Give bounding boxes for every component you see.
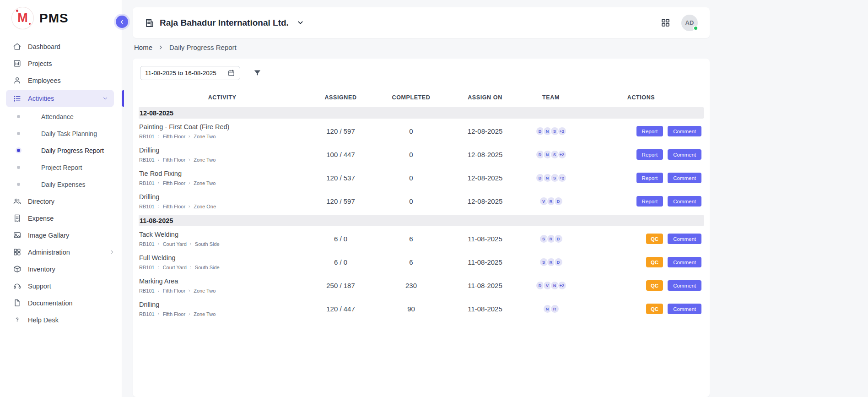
path-segment: Court Yard: [163, 265, 187, 270]
team-avatar[interactable]: D: [554, 234, 563, 244]
report-button[interactable]: Report: [636, 126, 663, 136]
team-overflow-badge[interactable]: +2: [557, 150, 567, 159]
qc-button[interactable]: QC: [646, 304, 663, 314]
assigned-value: 120 / 447: [306, 305, 376, 313]
assign-on-date: 12-08-2025: [447, 127, 523, 135]
team-overflow-badge[interactable]: +2: [557, 126, 567, 136]
activity-path: RB101Fifth FloorZone Two: [139, 157, 306, 163]
team-overflow-badge[interactable]: +2: [557, 281, 567, 290]
expense-icon: [13, 214, 22, 223]
column-header-assigned: ASSIGNED: [306, 94, 376, 101]
table-row: Painting - First Coat (Fire Red)RB101Fif…: [139, 120, 704, 143]
app-logo: M PMS: [0, 0, 122, 34]
team-cell: DNS+2: [523, 126, 578, 136]
breadcrumb-home[interactable]: Home: [134, 44, 152, 51]
activity-name: Painting - First Coat (Fire Red): [139, 123, 306, 131]
actions-cell: ReportComment: [578, 196, 704, 207]
chevron-right-icon: [189, 242, 193, 246]
date-range-input[interactable]: [145, 70, 224, 76]
path-segment: Fifth Floor: [163, 204, 186, 209]
team-cell: DVN+2: [523, 281, 578, 290]
sidebar-item-employees[interactable]: Employees: [0, 72, 122, 89]
sidebar-collapse-button[interactable]: [116, 16, 128, 28]
sidebar-item-projects[interactable]: Projects: [0, 55, 122, 72]
actions-cell: QCComment: [578, 304, 704, 314]
completed-value: 90: [376, 305, 447, 313]
team-cell: DNS+2: [523, 150, 578, 159]
sidebar-item-label: Projects: [28, 60, 52, 67]
chevron-right-icon: [157, 135, 161, 138]
sidebar-item-directory[interactable]: Directory: [0, 193, 122, 210]
assigned-value: 100 / 447: [306, 151, 376, 158]
qc-button[interactable]: QC: [646, 280, 663, 291]
comment-button[interactable]: Comment: [668, 173, 701, 183]
completed-value: 230: [376, 282, 447, 289]
qc-button[interactable]: QC: [646, 257, 663, 267]
sidebar-subitem-daily-progress-report[interactable]: Daily Progress Report: [0, 142, 122, 159]
table-row: DrillingRB101Fifth FloorZone One120 / 59…: [139, 190, 704, 213]
filter-icon[interactable]: [253, 69, 262, 77]
comment-button[interactable]: Comment: [668, 234, 701, 244]
sidebar-subitem-daily-task-planning[interactable]: Daily Task Planning: [0, 125, 122, 142]
team-overflow-badge[interactable]: +2: [557, 173, 567, 183]
report-button[interactable]: Report: [636, 173, 663, 183]
qc-button[interactable]: QC: [646, 234, 663, 244]
sidebar-subitem-attendance[interactable]: Attendance: [0, 108, 122, 125]
comment-button[interactable]: Comment: [668, 257, 701, 267]
sidebar-item-image-gallary[interactable]: Image Gallary: [0, 227, 122, 244]
projects-icon: [13, 59, 22, 68]
path-segment: RB101: [139, 157, 155, 163]
table-header: ACTIVITY ASSIGNED COMPLETED ASSIGN ON TE…: [139, 89, 704, 106]
sidebar-item-support[interactable]: Support: [0, 277, 122, 294]
sidebar-subitem-project-report[interactable]: Project Report: [0, 159, 122, 176]
activity-path: RB101Fifth FloorZone Two: [139, 180, 306, 186]
building-icon: [145, 18, 155, 28]
comment-button[interactable]: Comment: [668, 126, 701, 136]
sidebar-item-expense[interactable]: Expense: [0, 210, 122, 227]
chevron-right-icon: [188, 181, 191, 185]
report-button[interactable]: Report: [636, 149, 663, 160]
comment-button[interactable]: Comment: [668, 149, 701, 160]
path-segment: Fifth Floor: [163, 157, 186, 163]
breadcrumb: Home Daily Progress Report: [134, 44, 237, 51]
team-avatar[interactable]: R: [550, 304, 560, 314]
comment-button[interactable]: Comment: [668, 280, 701, 291]
sidebar-item-administration[interactable]: Administration: [0, 244, 122, 261]
assign-on-date: 12-08-2025: [447, 197, 523, 205]
assign-on-date: 11-08-2025: [447, 305, 523, 313]
sidebar-item-label: Activities: [28, 95, 54, 102]
apps-grid-icon[interactable]: [661, 18, 670, 27]
team-avatar[interactable]: D: [554, 196, 563, 206]
path-segment: Fifth Floor: [163, 288, 186, 294]
date-range-picker[interactable]: [140, 66, 240, 80]
app-title: PMS: [39, 11, 69, 26]
path-segment: Fifth Floor: [163, 311, 186, 317]
comment-button[interactable]: Comment: [668, 196, 701, 207]
comment-button[interactable]: Comment: [668, 304, 701, 314]
path-segment: Fifth Floor: [163, 180, 186, 186]
online-status-dot: [693, 26, 698, 31]
user-avatar[interactable]: AD: [681, 15, 698, 31]
team-avatar[interactable]: D: [554, 257, 563, 267]
bullet-icon: [17, 166, 20, 169]
activity-cell: Marking AreaRB101Fifth FloorZone Two: [139, 277, 306, 294]
breadcrumb-current: Daily Progress Report: [169, 44, 237, 51]
sidebar-item-activities[interactable]: Activities: [6, 90, 114, 107]
activity-cell: Tie Rod FixingRB101Fifth FloorZone Two: [139, 170, 306, 186]
sidebar-item-inventory[interactable]: Inventory: [0, 261, 122, 277]
assign-on-date: 11-08-2025: [447, 282, 523, 289]
sidebar-subitem-daily-expenses[interactable]: Daily Expenses: [0, 176, 122, 193]
activity-name: Drilling: [139, 193, 306, 201]
sidebar-item-label: Employees: [28, 77, 61, 84]
sidebar-item-dashboard[interactable]: Dashboard: [0, 38, 122, 55]
chevron-right-icon: [157, 289, 161, 293]
sidebar-item-help-desk[interactable]: Help Desk: [0, 311, 122, 328]
assign-on-date: 12-08-2025: [447, 174, 523, 182]
company-switcher[interactable]: Raja Bahadur International Ltd.: [145, 18, 304, 28]
chevron-right-icon: [158, 44, 164, 50]
report-button[interactable]: Report: [636, 196, 663, 207]
team-cell: SRD: [523, 257, 578, 267]
sidebar-item-documentation[interactable]: Documentation: [0, 294, 122, 311]
bullet-icon: [17, 115, 20, 118]
path-segment: RB101: [139, 134, 155, 139]
